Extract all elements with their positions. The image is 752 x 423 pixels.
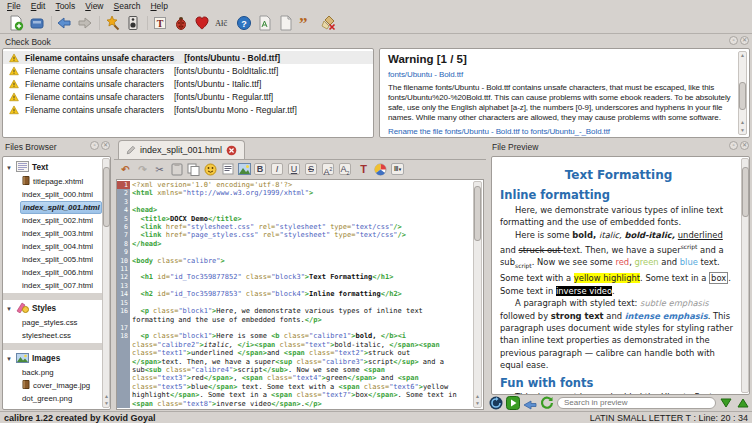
clean-icon[interactable] <box>320 15 336 31</box>
warning-file-link[interactable]: fonts/Ubuntu - Bold.ttf <box>388 70 735 79</box>
cut-icon[interactable]: ✂ <box>152 162 167 176</box>
files-group-styles[interactable]: ▼Styles <box>3 301 110 316</box>
close-tab-icon[interactable] <box>226 145 237 156</box>
superscript-button[interactable]: A2 <box>322 162 337 176</box>
code-line: 17 <box>117 324 473 332</box>
check-book-icon[interactable] <box>173 15 189 31</box>
font-icon[interactable]: T <box>152 15 168 31</box>
block-style-icon[interactable]: Ⅲ▾ <box>390 162 405 176</box>
file-item[interactable]: index_split_002.html <box>3 214 110 227</box>
files-group-images[interactable]: ▼Images <box>3 351 110 366</box>
file-item[interactable]: dot_green.png <box>3 392 110 405</box>
donate-heart-icon[interactable] <box>194 15 210 31</box>
close-panel-icon[interactable]: ✕ <box>101 141 110 150</box>
preview-scrollbar[interactable] <box>741 158 749 393</box>
check-book-item[interactable]: Filename contains unsafe characters[font… <box>3 64 373 77</box>
file-item[interactable]: stylesheet.css <box>3 329 110 342</box>
menu-help[interactable]: Help <box>150 1 167 11</box>
file-item[interactable]: index_split_001.html <box>20 201 102 214</box>
check-book-item[interactable]: Filename contains unsafe characters[font… <box>3 77 373 90</box>
svg-text:?: ? <box>241 18 247 28</box>
bold-button[interactable]: B <box>254 162 269 176</box>
file-icon[interactable] <box>278 15 294 31</box>
rename-file-link[interactable]: Rename the file fonts/Ubuntu - Bold.ttf … <box>388 127 735 136</box>
collapse-arrow-icon[interactable]: ▼ <box>6 306 13 312</box>
italic-button[interactable]: I <box>271 162 286 176</box>
collapse-arrow-icon[interactable]: ▼ <box>6 165 13 171</box>
find-next-icon[interactable] <box>719 396 733 410</box>
help-icon[interactable]: ? <box>236 15 252 31</box>
wand-icon[interactable] <box>104 15 120 31</box>
menu-search[interactable]: Search <box>114 1 141 11</box>
underline-button[interactable]: U <box>288 162 303 176</box>
donate-box-icon[interactable] <box>125 15 141 31</box>
forward-icon[interactable] <box>77 15 93 31</box>
refresh-preview-icon[interactable] <box>489 396 503 410</box>
save-icon[interactable] <box>29 15 45 31</box>
file-item[interactable]: index_split_007.html <box>3 279 110 292</box>
editor-toolbar: ↶↷✂BIUSA2A2TⅢ▾ <box>114 160 486 178</box>
files-browser-title: Files Browser <box>5 142 56 152</box>
menu-edit[interactable]: Edit <box>31 1 46 11</box>
background-color-icon[interactable] <box>373 162 388 176</box>
float-panel-icon[interactable]: ▫ <box>90 141 99 150</box>
code-line: 11 <box>117 265 473 273</box>
file-item[interactable]: page_styles.css <box>3 316 110 329</box>
file-item[interactable]: index_split_005.html <box>3 253 110 266</box>
preview-paragraph: A paragraph with styled text: subtle emp… <box>500 297 737 371</box>
file-item[interactable]: index_split_006.html <box>3 266 110 279</box>
new-file-icon[interactable] <box>8 15 24 31</box>
file-item[interactable]: titlepage.xhtml <box>3 175 110 188</box>
text-color-icon[interactable]: T <box>356 162 371 176</box>
arrange-icon[interactable] <box>257 15 273 31</box>
code-line: 6 <link href="stylesheet.css" rel="style… <box>117 223 473 231</box>
check-book-item[interactable]: Filename contains unsafe characters[font… <box>3 90 373 103</box>
menu-file[interactable]: File <box>7 1 21 11</box>
spellcheck-icon[interactable]: Ałč <box>215 15 231 31</box>
warning-heading: Warning [1 / 5] <box>388 53 735 65</box>
redo-icon[interactable]: ↷ <box>135 162 150 176</box>
float-panel-icon[interactable]: ▫ <box>729 141 738 150</box>
menu-tools[interactable]: Tools <box>55 1 75 11</box>
strike-button[interactable]: S <box>305 162 320 176</box>
copy-icon[interactable] <box>186 162 201 176</box>
file-item[interactable]: index_split_000.html <box>3 188 110 201</box>
code-line: 3 <box>117 198 473 206</box>
find-previous-icon[interactable] <box>736 396 750 410</box>
close-panel-icon[interactable]: ✕ <box>740 141 749 150</box>
float-panel-icon[interactable]: ▫ <box>729 36 738 45</box>
close-panel-icon[interactable]: ✕ <box>740 36 749 45</box>
format-text-icon[interactable] <box>220 162 235 176</box>
menu-view[interactable]: View <box>85 1 103 11</box>
code-line: 13 <box>117 282 473 290</box>
editor-scrollbar[interactable]: ▲ ▼ <box>473 181 482 408</box>
preview-search-input[interactable] <box>557 397 716 409</box>
tab-index_split_001[interactable]: index_split_001.html <box>118 140 245 159</box>
code-line: 14 <h2 id="id_Toc359877853" class="block… <box>117 290 473 298</box>
collapse-arrow-icon[interactable]: ▼ <box>6 356 13 362</box>
reload-icon[interactable] <box>540 396 554 410</box>
file-item[interactable]: back.png <box>3 366 110 379</box>
check-book-item[interactable]: Filename contains unsafe characters[font… <box>3 103 373 116</box>
check-detail-scrollbar[interactable]: ▲ ▲ ▼ <box>738 51 747 135</box>
file-item[interactable]: index_split_003.html <box>3 227 110 240</box>
files-tree-scrollbar[interactable]: ▲ ▼ <box>102 158 110 408</box>
sync-icon[interactable] <box>523 396 537 410</box>
insert-image-icon[interactable] <box>237 162 252 176</box>
check-book-item[interactable]: Filename contains unsafe characters[font… <box>3 51 373 64</box>
smarten-punctuation-icon[interactable]: ” <box>299 15 315 31</box>
files-group-text[interactable]: ▼Text <box>3 160 110 175</box>
back-icon[interactable] <box>56 15 72 31</box>
paste-icon[interactable] <box>169 162 184 176</box>
code-line: 4<head> <box>117 206 473 214</box>
run-icon[interactable] <box>506 396 520 410</box>
preview-heading: Fun with fonts <box>500 377 737 389</box>
code-editor[interactable]: 1<?xml version='1.0' encoding='utf-8'?>2… <box>116 179 484 410</box>
code-line: 7 <link href="page_styles.css" rel="styl… <box>117 231 473 239</box>
undo-icon[interactable]: ↶ <box>118 162 133 176</box>
file-item[interactable]: index_split_004.html <box>3 240 110 253</box>
file-item[interactable]: cover_image.jpg <box>3 379 110 392</box>
files-tree: ▼Texttitlepage.xhtmlindex_split_000.html… <box>2 156 111 410</box>
subscript-button[interactable]: A2 <box>339 162 354 176</box>
insert-special-char-icon[interactable] <box>203 162 218 176</box>
